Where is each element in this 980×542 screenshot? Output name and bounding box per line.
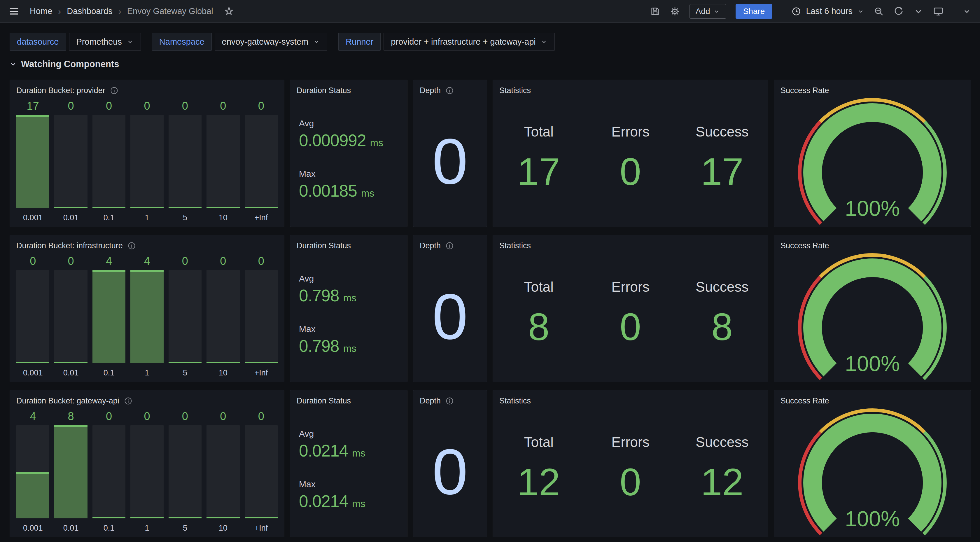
stat-column-errors: Errors 0 [584,92,676,223]
bar-category-label: 1 [130,209,163,222]
panel-title[interactable]: Success Rate [781,86,829,95]
info-icon[interactable] [445,397,454,405]
panel-statistics-infrastructure: Statistics Total 8 Errors 0 Success 8 [493,235,768,382]
bar-fill [245,362,278,363]
variable-value-dropdown[interactable]: envoy-gateway-system [215,33,328,51]
breadcrumb-home[interactable]: Home [30,6,52,16]
bar [54,115,87,208]
dashboard-settings-gear-icon[interactable] [670,6,680,17]
bar-value-label: 0 [245,255,278,268]
bar [16,115,49,208]
info-icon[interactable] [445,242,454,250]
bar-gauge-chart: 00.00100.0140.141050100+Inf [16,255,278,378]
variable-group-namespace: Namespace envoy-gateway-system [152,33,327,51]
stat-column-value: 8 [711,308,733,346]
bar-fill [207,207,239,208]
depth-value: 0 [432,129,468,194]
panel-title[interactable]: Depth [420,397,441,405]
variable-value-dropdown[interactable]: Prometheus [69,33,141,51]
dashboard-panel-grid: Duration Bucket: provider 170.00100.0100… [10,80,971,537]
time-range-picker[interactable]: Last 6 hours [791,6,864,16]
bar-value-label: 0 [207,410,239,423]
variable-group-runner: Runner provider + infrastructure + gatew… [338,33,555,51]
bar [130,425,163,518]
tv-kiosk-mode-icon[interactable] [933,6,943,17]
stat-value: 0.0214 [299,441,348,460]
panel-title[interactable]: Duration Bucket: gateway-api [16,397,119,405]
bar-category-label: 10 [207,364,239,378]
save-dashboard-icon[interactable] [650,6,660,17]
stat-column-success: Success 17 [676,92,768,223]
bar-fill [130,207,163,208]
bar-fill [54,425,87,518]
breadcrumb-dashboards[interactable]: Dashboards [67,6,112,16]
panel-duration-bucket-provider: Duration Bucket: provider 170.00100.0100… [10,80,285,227]
refresh-interval-chevron-icon[interactable] [913,6,924,17]
chevron-down-icon [713,8,720,15]
panel-title[interactable]: Depth [420,86,441,95]
hamburger-menu-icon[interactable] [9,6,19,17]
stat-label: Avg [299,118,398,128]
panel-title[interactable]: Success Rate [781,397,829,405]
stat-label: Max [299,479,398,489]
bar [92,270,126,363]
panel-title[interactable]: Duration Status [297,241,351,250]
stat-column-value: 17 [517,153,560,191]
panel-title[interactable]: Duration Bucket: provider [16,86,105,95]
bar-category-label: +Inf [245,364,278,378]
bar [54,425,87,518]
bar-category-label: 0.1 [92,364,126,378]
stat-column-errors: Errors 0 [584,247,676,378]
avg-stat: Avg 0.798 ms [299,274,398,305]
panel-title[interactable]: Duration Status [297,86,351,95]
bar [207,425,239,518]
favorite-star-icon[interactable] [224,6,234,17]
bar-fill [16,115,49,208]
panel-title[interactable]: Duration Status [297,397,351,405]
bar [207,115,239,208]
panel-depth-gateway-api: Depth 0 [413,390,487,537]
bar-value-label: 0 [92,410,126,423]
panel-title[interactable]: Depth [420,241,441,250]
info-icon[interactable] [127,242,136,250]
bar-value-label: 0 [130,100,163,112]
bar-value-label: 0 [245,100,278,112]
info-icon[interactable] [445,86,454,95]
info-icon[interactable] [110,86,118,95]
breadcrumb-separator-icon: › [58,6,61,16]
collapse-toolbar-chevron-icon[interactable] [963,7,971,16]
bar-category-label: 10 [207,520,239,532]
stat-column-label: Errors [611,124,649,140]
stat-column-label: Errors [611,279,649,295]
panel-title[interactable]: Success Rate [781,241,829,250]
panel-success-rate-infrastructure: Success Rate 100% [774,235,971,382]
bar-fill [16,362,49,363]
bar-fill [92,517,126,518]
bar-value-label: 0 [169,410,202,423]
variable-label: Namespace [152,33,212,51]
chevron-down-icon [313,38,320,45]
panel-duration-status-infrastructure: Duration Status Avg 0.798 ms Max 0.798 m… [290,235,407,382]
stat-column-value: 12 [517,463,560,501]
variable-value-dropdown[interactable]: provider + infrastructure + gateway-api [383,33,554,51]
gauge-value-text: 100% [845,196,900,220]
stat-column-label: Success [696,434,748,450]
panel-title[interactable]: Duration Bucket: infrastructure [16,241,123,250]
gauge-svg: 100% [774,406,970,537]
bar-category-label: 1 [130,364,163,378]
refresh-icon[interactable] [893,6,904,17]
depth-value: 0 [432,285,468,349]
bar-category-label: 0.01 [54,520,87,532]
add-button[interactable]: Add [689,4,726,19]
bar [169,425,202,518]
share-button[interactable]: Share [736,4,773,19]
bar-value-label: 0 [54,255,87,268]
avg-stat: Avg 0.000992 ms [299,118,398,150]
bar-fill [207,517,239,518]
row-section-header[interactable]: Watching Components [10,59,119,69]
success-rate-gauge: 100% [774,252,970,382]
zoom-out-time-icon[interactable] [873,6,884,17]
info-icon[interactable] [124,397,132,405]
stat-column-success: Success 12 [676,403,768,533]
panel-duration-bucket-gateway-api: Duration Bucket: gateway-api 40.00180.01… [10,390,285,537]
